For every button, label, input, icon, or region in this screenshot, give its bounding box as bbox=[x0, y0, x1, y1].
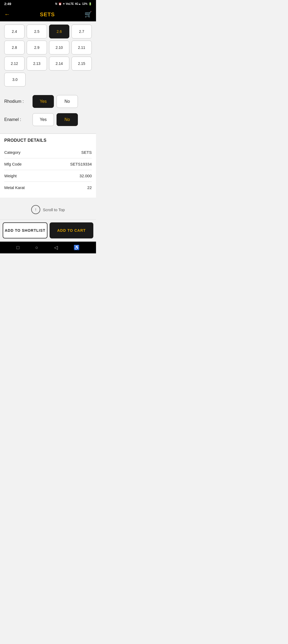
detail-value: 22 bbox=[87, 185, 92, 190]
product-details-section: PRODUCT DETAILS CategorySETSMfg CodeSETS… bbox=[0, 134, 96, 198]
bottom-action-bar: ADD TO SHORTLIST ADD TO CART bbox=[0, 219, 96, 242]
size-button-2-14[interactable]: 2.14 bbox=[49, 57, 69, 70]
size-button-2-8[interactable]: 2.8 bbox=[4, 41, 25, 54]
enamel-options: Yes No bbox=[33, 113, 78, 126]
size-button-2-6[interactable]: 2.6 bbox=[49, 25, 69, 38]
android-nav-bar: □ ○ ◁ ♿ bbox=[0, 242, 96, 253]
detail-key: Metal Karat bbox=[4, 185, 25, 190]
size-button-3-0[interactable]: 3.0 bbox=[4, 73, 26, 87]
scroll-to-top-button[interactable]: ↑ Scroll to Top bbox=[0, 198, 96, 219]
size-button-2-9[interactable]: 2.9 bbox=[27, 41, 47, 54]
scroll-up-icon: ↑ bbox=[31, 205, 40, 214]
detail-value: SETS19334 bbox=[70, 162, 92, 166]
bluetooth-icon: ✦ bbox=[63, 2, 65, 5]
status-icons: N ⏰ ✦ VoLTE 4G▲ 12% 🔋 bbox=[55, 2, 92, 5]
product-details-title: PRODUCT DETAILS bbox=[4, 138, 92, 143]
volte-icon: VoLTE bbox=[66, 2, 74, 5]
detail-key: Mfg Code bbox=[4, 162, 22, 166]
size-button-2-10[interactable]: 2.10 bbox=[49, 41, 69, 54]
accessibility-icon[interactable]: ♿ bbox=[74, 245, 79, 250]
enamel-no-button[interactable]: No bbox=[57, 113, 78, 126]
detail-key: Weight bbox=[4, 174, 17, 178]
battery-text: 12% bbox=[82, 2, 87, 5]
size-row: 3.0 bbox=[4, 73, 92, 87]
detail-value: SETS bbox=[81, 150, 92, 155]
back-button[interactable]: ← bbox=[4, 11, 10, 18]
rhodium-options: Yes No bbox=[33, 95, 78, 108]
enamel-row: Enamel : Yes No bbox=[4, 113, 92, 126]
back-nav-icon[interactable]: ◁ bbox=[54, 245, 58, 250]
alarm-icon: ⏰ bbox=[58, 2, 62, 5]
cart-icon[interactable]: 🛒 bbox=[85, 11, 92, 18]
signal-icon: 4G▲ bbox=[75, 2, 81, 5]
page-title: SETS bbox=[40, 11, 55, 18]
nfc-icon: N bbox=[55, 2, 57, 5]
size-row: 2.122.132.142.15 bbox=[4, 57, 92, 70]
status-time: 2:49 bbox=[4, 2, 11, 6]
options-section: Rhodium : Yes No Enamel : Yes No bbox=[0, 91, 96, 133]
add-to-shortlist-button[interactable]: ADD TO SHORTLIST bbox=[3, 222, 47, 238]
size-button-2-12[interactable]: 2.12 bbox=[4, 57, 25, 70]
size-row: 2.42.52.62.7 bbox=[4, 25, 92, 38]
size-button-2-11[interactable]: 2.11 bbox=[71, 41, 92, 54]
detail-value: 32.000 bbox=[79, 174, 92, 178]
size-button-2-13[interactable]: 2.13 bbox=[27, 57, 47, 70]
rhodium-row: Rhodium : Yes No bbox=[4, 95, 92, 108]
size-row: 2.82.92.102.11 bbox=[4, 41, 92, 54]
enamel-label: Enamel : bbox=[4, 117, 28, 122]
size-button-2-5[interactable]: 2.5 bbox=[27, 25, 47, 38]
recent-apps-icon[interactable]: □ bbox=[17, 245, 19, 250]
add-to-cart-button[interactable]: ADD TO CART bbox=[50, 222, 93, 238]
size-button-2-7[interactable]: 2.7 bbox=[71, 25, 92, 38]
detail-row: Metal Karat22 bbox=[4, 182, 92, 193]
battery-icon: 🔋 bbox=[89, 2, 92, 5]
detail-key: Category bbox=[4, 150, 21, 155]
detail-row: Mfg CodeSETS19334 bbox=[4, 158, 92, 170]
home-icon[interactable]: ○ bbox=[35, 245, 38, 250]
rhodium-yes-button[interactable]: Yes bbox=[33, 95, 54, 108]
detail-row: CategorySETS bbox=[4, 147, 92, 158]
detail-row: Weight32.000 bbox=[4, 170, 92, 182]
enamel-yes-button[interactable]: Yes bbox=[33, 113, 54, 126]
size-grid: 2.42.52.62.72.82.92.102.112.122.132.142.… bbox=[0, 21, 96, 91]
size-button-2-4[interactable]: 2.4 bbox=[4, 25, 25, 38]
size-button-2-15[interactable]: 2.15 bbox=[71, 57, 92, 70]
scroll-top-label: Scroll to Top bbox=[43, 207, 65, 212]
rhodium-label: Rhodium : bbox=[4, 99, 28, 104]
status-bar: 2:49 N ⏰ ✦ VoLTE 4G▲ 12% 🔋 bbox=[0, 0, 96, 7]
top-nav: ← SETS 🛒 bbox=[0, 7, 96, 21]
rhodium-no-button[interactable]: No bbox=[57, 95, 78, 108]
